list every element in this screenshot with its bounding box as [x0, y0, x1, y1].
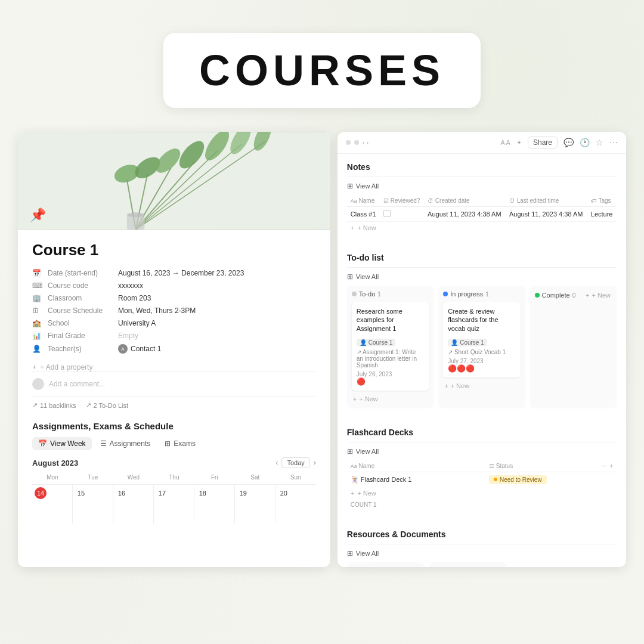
add-property-btn[interactable]: + + Add a property [32, 363, 316, 371]
resources-section: Resources & Documents ⊞ View All Resourc… [347, 521, 617, 567]
notes-col-created: ⏱ Created date [424, 195, 506, 207]
cal-prev-btn[interactable]: ‹ [275, 459, 278, 467]
cal-cell-19: 19 [235, 485, 275, 524]
cal-date-20: 20 [278, 487, 290, 499]
cal-date-15: 15 [75, 487, 87, 499]
prop-label-classroom: Classroom [48, 294, 113, 302]
right-toolbar: ‹ › A A ✦ Share 💬 🕐 ☆ ⋯ [338, 132, 626, 154]
notes-new-row[interactable]: + + New [347, 222, 617, 234]
fc-status-icon: ☰ [489, 463, 494, 469]
backlinks-count[interactable]: ↗ 11 backlinks [32, 401, 76, 409]
notes-reviewed-1 [380, 207, 424, 222]
todo-add-new[interactable]: + + New [352, 394, 429, 404]
course-banner: 📌 [18, 132, 330, 230]
inprogress-add-new[interactable]: + + New [443, 381, 520, 391]
resource-card-2[interactable]: Resource 2 Textbook [347, 562, 425, 567]
notes-title: Notes [347, 154, 617, 177]
share-button[interactable]: Share [528, 137, 558, 148]
calendar-grid: Mon Tue Wed Thu Fri Sat Sun 14 15 [32, 473, 316, 524]
complete-add-new[interactable]: + + New [584, 290, 612, 300]
cal-cell-20: 20 [275, 485, 316, 524]
notes-add-icon: + [351, 224, 354, 231]
fc-status-1: Need to Review [485, 472, 617, 487]
todo-card-1[interactable]: Research some examples for Assignment 1 … [352, 302, 429, 391]
grade-icon: 📊 [32, 332, 43, 340]
fc-count: COUNT 1 [347, 499, 617, 510]
fc-more-btn[interactable]: ··· [602, 463, 607, 469]
prop-label-grade: Final Grade [48, 332, 113, 340]
notes-col-tags: 🏷 Tags [587, 195, 617, 207]
notes-tags-1: Lecture [587, 207, 617, 222]
prop-value-school: University A [118, 319, 156, 327]
link-icon-2: ↗ [448, 349, 453, 355]
fc-new-row[interactable]: + + New [347, 487, 617, 499]
cal-day-sat: Sat [235, 473, 275, 482]
flashcards-db-icon: ⊞ [347, 447, 353, 456]
notes-db-icon: ⊞ [347, 182, 353, 190]
star-icon[interactable]: ☆ [596, 138, 603, 147]
notes-view-all[interactable]: ⊞ View All [347, 182, 617, 190]
prop-date: 📅 Date (start-end) August 16, 2023 → Dec… [32, 269, 316, 277]
course-title: Course 1 [32, 241, 316, 259]
cal-cell-17: 17 [154, 485, 194, 524]
svg-rect-0 [18, 132, 330, 230]
resource-card-1[interactable]: Resource 1 Syllabus [429, 562, 507, 567]
inprogress-status-dot [443, 292, 448, 296]
prop-value-grade: Empty [118, 332, 138, 340]
fc-row-1[interactable]: 🃏 Flashcard Deck 1 Need to Review [347, 472, 617, 487]
inprogress-card-1[interactable]: Create & review flashcards for the vocab… [443, 302, 520, 377]
prop-label-code: Course code [48, 281, 113, 290]
notes-section: Notes ⊞ View All Aa Name ☑ Reviewed? [347, 154, 617, 234]
notes-row-1[interactable]: Class #1 August 11, 2023 4:38 AM August … [347, 207, 617, 222]
complete-add-icon: + [586, 292, 589, 299]
calendar-header: August 2023 ‹ Today › [32, 457, 316, 468]
resource-cards: Resource 2 Textbook Resource 1 Syllabus … [347, 562, 617, 567]
tab-calendar-icon: 📅 [38, 439, 47, 448]
fc-add-btn[interactable]: + [609, 463, 613, 469]
kanban-inprogress-header: In progress 1 [443, 290, 520, 298]
comment-icon[interactable]: 💬 [564, 138, 574, 147]
cal-nav: ‹ Today › [275, 457, 315, 468]
tab-view-week[interactable]: 📅 View Week [32, 437, 92, 450]
share-separator: ✦ [516, 139, 522, 147]
school-icon: 🏫 [32, 319, 43, 327]
text-size-controls: A A [500, 139, 510, 146]
prop-school: 🏫 School University A [32, 319, 316, 327]
todo-section: To-do list ⊞ View All To-do 1 [347, 244, 617, 408]
tab-exams[interactable]: ⊞ Exams [159, 437, 202, 450]
resource-add-new[interactable]: + + New [512, 562, 551, 567]
notes-name-1: Class #1 [347, 207, 380, 222]
prop-label-schedule: Course Schedule [48, 306, 113, 315]
schedule-icon: 🗓 [32, 306, 43, 315]
todo-db-icon: ⊞ [347, 273, 353, 281]
flashcards-section: Flashcard Decks ⊞ View All Aa Name ☰ Sta… [347, 419, 617, 510]
cal-day-fri: Fri [194, 473, 235, 482]
teacher-avatar: A [118, 344, 128, 354]
left-panel: 📌 Course 1 📅 Date (start-end) August 16,… [18, 132, 330, 567]
more-icon[interactable]: ⋯ [609, 138, 618, 147]
person-small-icon-2: 👤 [451, 339, 458, 346]
need-review-dot [494, 478, 497, 481]
resources-title: Resources & Documents [347, 521, 617, 544]
comment-area[interactable]: Add a comment... [32, 371, 316, 396]
prop-classroom: 🏢 Classroom Room 203 [32, 294, 316, 302]
cal-date-17: 17 [156, 487, 168, 499]
todo-backlink[interactable]: ↗ 2 To-Do List [86, 401, 129, 409]
todo-title: To-do list [347, 244, 617, 268]
need-review-pill: Need to Review [489, 475, 547, 484]
clock-icon[interactable]: 🕐 [580, 138, 590, 147]
cal-date-16: 16 [116, 487, 128, 499]
cal-cell-16: 16 [113, 485, 154, 524]
person-icon: 👤 [32, 345, 43, 353]
cal-today-btn[interactable]: Today [281, 457, 309, 468]
resources-view-all[interactable]: ⊞ View All [347, 549, 617, 558]
cal-date-14: 14 [35, 487, 47, 499]
prop-label-date: Date (start-end) [48, 269, 113, 277]
cal-cell-15: 15 [73, 485, 113, 524]
todo-view-all[interactable]: ⊞ View All [347, 273, 617, 281]
tab-assignments[interactable]: ☰ Assignments [94, 437, 157, 450]
right-panel: ‹ › A A ✦ Share 💬 🕐 ☆ ⋯ Notes ⊞ [338, 132, 626, 567]
flashcards-view-all[interactable]: ⊞ View All [347, 447, 617, 456]
svg-point-16 [127, 212, 145, 217]
cal-next-btn[interactable]: › [314, 459, 316, 467]
